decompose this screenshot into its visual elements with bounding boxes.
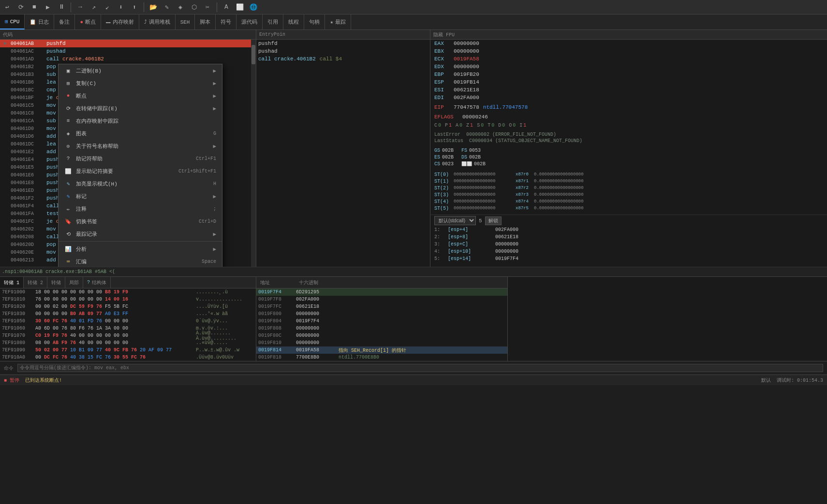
tab-threads[interactable]: 线程 bbox=[283, 14, 304, 29]
dump-row[interactable]: 7EF91050 30 60 FC 76 40 01 FD 76 00 00 0… bbox=[0, 317, 256, 325]
disasm-row[interactable]: 004061AD call cracke.4061B2 bbox=[0, 55, 256, 63]
flag-o-val[interactable]: 0 bbox=[513, 123, 516, 128]
ctx-analyze[interactable]: 📊 分析 ▶ bbox=[59, 243, 222, 255]
dump-row[interactable]: 7EF91010 76 00 00 00 00 00 00 00 14 00 1… bbox=[0, 296, 256, 303]
reg-eax-row[interactable]: EAX 00000000 bbox=[430, 40, 827, 47]
tab-notes[interactable]: 备注 bbox=[54, 14, 75, 29]
cs-row-1[interactable]: 1: [esp+4] 002FA000 bbox=[430, 226, 827, 233]
flag-s-val[interactable]: 0 bbox=[481, 123, 484, 128]
toolbar-run-to[interactable]: ⬇ bbox=[116, 2, 126, 13]
disasm-row[interactable]: ► 004061AB pushfd bbox=[0, 40, 256, 47]
toolbar-cut[interactable]: ✂ bbox=[202, 2, 213, 13]
dump-tab-3[interactable]: 转储 bbox=[47, 277, 65, 288]
stack-row-seh[interactable]: 0019F814 0019FA58 指向 SEH_Record[1] 的指针 bbox=[256, 346, 507, 354]
entry-row[interactable]: pushad bbox=[256, 47, 430, 55]
reg-edi-row[interactable]: EDI 002FA000 bbox=[430, 94, 827, 101]
ctx-graph[interactable]: ◈ 图表 G bbox=[59, 127, 222, 140]
flag-c-val[interactable]: 0 bbox=[438, 123, 441, 128]
cmd-input[interactable] bbox=[17, 364, 823, 372]
toolbar-box[interactable]: ⬜ bbox=[235, 2, 245, 13]
flag-i[interactable]: I 1 bbox=[519, 123, 526, 128]
tab-trace[interactable]: ★ 最踪 bbox=[325, 14, 351, 29]
ctx-mark[interactable]: ✎ 标记 ▶ bbox=[59, 190, 222, 202]
dump-row[interactable]: 7EF91090 50 02 00 77 10 B1 09 77 40 9C F… bbox=[0, 346, 256, 354]
dump-tab-struct[interactable]: ? 结构体 bbox=[83, 277, 111, 288]
stack-row[interactable]: 0019F7F4 6D291295 bbox=[256, 288, 507, 296]
flag-a-val[interactable]: 0 bbox=[459, 123, 462, 128]
toolbar-patch[interactable]: ✎ bbox=[162, 2, 172, 13]
dump-row[interactable]: 7EF91000 18 00 00 00 00 00 00 00 B8 19 F… bbox=[0, 288, 256, 296]
ctx-sym-help[interactable]: ⊙ 关于符号名称帮助 ▶ bbox=[59, 140, 222, 152]
ctx-follow-mem[interactable]: ≡ 在内存映射中跟踪 bbox=[59, 115, 222, 127]
tab-callstack[interactable]: ⤴ 调用堆栈 bbox=[139, 14, 176, 29]
stdcall-unlock-btn[interactable]: 解锁 bbox=[485, 216, 502, 225]
dump-tab-1[interactable]: 转储 1 bbox=[0, 277, 24, 288]
flag-d[interactable]: D 0 bbox=[498, 123, 505, 128]
disasm-scrollbar[interactable] bbox=[251, 40, 256, 267]
reg-edx-row[interactable]: EDX 00000000 bbox=[430, 63, 827, 71]
ctx-bookmark[interactable]: 🔖 切换书签 Ctrl+D bbox=[59, 215, 222, 228]
ctx-follow-dump[interactable]: ⟳ 在转储中跟踪(E) ▶ bbox=[59, 102, 222, 115]
flag-p-val[interactable]: 1 bbox=[449, 123, 452, 128]
reg-eip-link[interactable]: ntdll.77047578 bbox=[483, 104, 528, 110]
flag-o[interactable]: O 0 bbox=[509, 123, 516, 128]
tab-handles[interactable]: 句柄 bbox=[304, 14, 325, 29]
flag-z[interactable]: Z 1 bbox=[466, 123, 473, 128]
disasm-row[interactable]: 004061AC pushad bbox=[0, 47, 256, 55]
dump-row[interactable]: 7EF91070 C0 19 F9 76 40 00 00 00 00 00 0… bbox=[0, 332, 256, 339]
ctx-comment[interactable]: ✏ 注释 ; bbox=[59, 202, 222, 215]
cs-row-3[interactable]: 3: [esp+C] 00000000 bbox=[430, 241, 827, 248]
tab-seh[interactable]: SEH bbox=[176, 14, 195, 29]
toolbar-back[interactable]: ↩ bbox=[2, 2, 13, 13]
stack-row[interactable]: 0019F818 7700E8B0 ntdll.7700E8B0 bbox=[256, 354, 507, 361]
dump-row[interactable]: 7EF91020 00 00 02 00 DC 59 F9 76 F5 5B F… bbox=[0, 303, 256, 310]
reg-ebx-row[interactable]: EBX 00000000 bbox=[430, 47, 827, 55]
reg-esi-row[interactable]: ESI 00621E18 bbox=[430, 86, 827, 94]
toolbar-mem[interactable]: ◈ bbox=[175, 2, 186, 13]
stop-btn[interactable]: ■ 暂停 bbox=[4, 377, 19, 384]
toolbar-step-over[interactable]: ↗ bbox=[89, 2, 99, 13]
tab-source[interactable]: 源代码 bbox=[236, 14, 263, 29]
reg-eflags-row[interactable]: EFLAGS 00000246 bbox=[430, 113, 827, 121]
seg-fs[interactable]: FS0053 bbox=[461, 148, 481, 153]
ctx-binary[interactable]: ▣ 二进制(B) ▶ bbox=[59, 64, 222, 77]
disasm-scrollbar-thumb[interactable] bbox=[251, 45, 255, 64]
flag-p[interactable]: P 1 bbox=[445, 123, 452, 128]
fpu-st0[interactable]: ST(0) 0000000000000000 x87r0 0.000000000… bbox=[434, 171, 823, 178]
flag-i-val[interactable]: 1 bbox=[523, 123, 526, 128]
toolbar-stop[interactable]: ■ bbox=[29, 2, 40, 13]
toolbar-open[interactable]: 📂 bbox=[148, 2, 159, 13]
seg-ss[interactable]: ⬜⬜002B bbox=[461, 161, 486, 167]
fpu-st4[interactable]: ST(4) 0000000000000000 x87r4 0.000000000… bbox=[434, 198, 823, 205]
flag-c[interactable]: C 0 bbox=[434, 123, 441, 128]
tab-sym[interactable]: 符号 bbox=[216, 14, 236, 29]
cs-row-5[interactable]: 5: [esp+14] 0019F7F4 bbox=[430, 255, 827, 262]
toolbar-play[interactable]: ▶ bbox=[43, 2, 53, 13]
stack-row[interactable]: 0019F808 00000000 bbox=[256, 325, 507, 332]
ctx-mnemonic-summary[interactable]: ⬜ 显示助记符摘要 Ctrl+Shift+F1 bbox=[59, 165, 222, 177]
entry-row[interactable]: call cracke.4061B2 call $4 bbox=[256, 55, 430, 63]
ctx-bp[interactable]: ● 断点 ▶ bbox=[59, 89, 222, 102]
cs-row-4[interactable]: 4: [esp+10] 00000000 bbox=[430, 248, 827, 255]
toolbar-step-out[interactable]: ↙ bbox=[102, 2, 113, 13]
ctx-assemble[interactable]: ⌨ 汇编 Space bbox=[59, 255, 222, 267]
tab-log[interactable]: 📋 日志 bbox=[25, 14, 54, 29]
toolbar-sym[interactable]: Α bbox=[221, 2, 232, 13]
toolbar-step-into[interactable]: → bbox=[75, 2, 86, 13]
dump-row[interactable]: 7EF910A0 00 DC FC 76 40 38 15 FC 76 30 5… bbox=[0, 354, 256, 361]
reg-ebp-row[interactable]: EBP 0019FB20 bbox=[430, 71, 827, 78]
ctx-copy[interactable]: ⊞ 复制(C) ▶ bbox=[59, 77, 222, 89]
dump-tab-2[interactable]: 转储 2 bbox=[24, 277, 47, 288]
entry-row[interactable]: pushfd bbox=[256, 40, 430, 47]
ctx-highlight[interactable]: ✎ 加亮显示模式(H) H bbox=[59, 177, 222, 190]
seg-es[interactable]: ES002B bbox=[434, 155, 454, 160]
flag-t[interactable]: T 0 bbox=[487, 123, 494, 128]
stack-row[interactable]: 0019F810 00000000 bbox=[256, 339, 507, 346]
tab-breakpoints[interactable]: ● 断点 bbox=[75, 14, 101, 29]
reg-eip-row[interactable]: EIP 77047578 ntdll.77047578 bbox=[430, 103, 827, 111]
reg-esp-row[interactable]: ESP 0019FB14 bbox=[430, 78, 827, 86]
ctx-history[interactable]: ⟲ 最踪记录 ▶ bbox=[59, 228, 222, 240]
stack-row[interactable]: 0019F804 0019F7F4 bbox=[256, 317, 507, 325]
seg-cs[interactable]: CS0023 bbox=[434, 161, 454, 167]
tab-ref[interactable]: 引用 bbox=[263, 14, 283, 29]
